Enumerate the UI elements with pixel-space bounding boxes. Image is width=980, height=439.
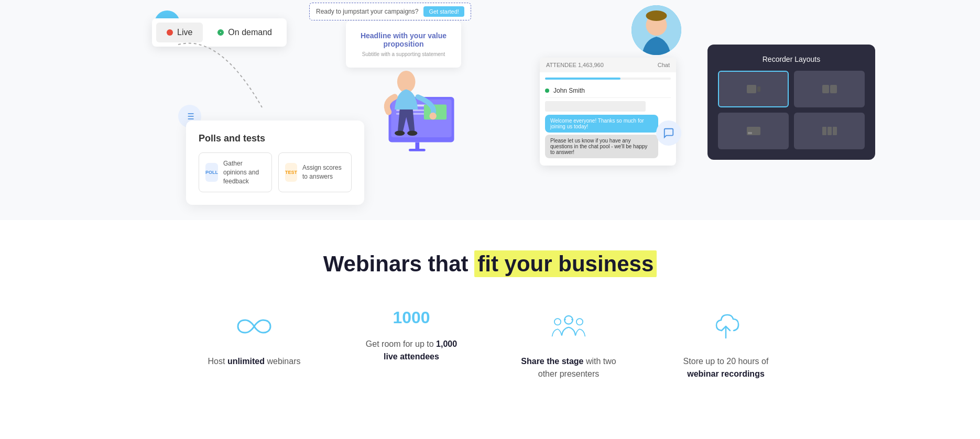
chat-user-row: John Smith	[545, 84, 671, 98]
svg-point-18	[407, 130, 417, 136]
recorder-thumb-1[interactable]	[718, 71, 789, 107]
test-icon: TEST	[285, 163, 297, 182]
feature-recordings: Store up to 20 hours ofwebinar recording…	[673, 308, 778, 380]
polls-title: Polls and tests	[199, 133, 352, 144]
svg-rect-29	[827, 127, 832, 135]
svg-rect-30	[833, 127, 837, 135]
polls-options: POLL Gather opinions and feedback TEST A…	[199, 152, 352, 192]
main-headline: Webinars that fit your business	[10, 251, 970, 277]
person-illustration	[356, 31, 461, 162]
poll-option-poll: POLL Gather opinions and feedback	[199, 152, 272, 192]
poll-option-test: TEST Assign scores to answers	[278, 152, 352, 192]
feature-unlimited-text: Host unlimited webinars	[208, 355, 301, 368]
attendee-label: ATTENDEE 1,463,960	[546, 62, 604, 68]
svg-rect-23	[757, 86, 760, 92]
svg-point-16	[429, 113, 436, 119]
bottom-section: Webinars that fit your business Host unl…	[0, 220, 980, 401]
recorder-title: Recorder Layouts	[718, 55, 865, 63]
svg-rect-22	[747, 85, 756, 93]
poll-icon: POLL	[205, 163, 218, 182]
chat-header: ATTENDEE 1,463,960 Chat	[540, 58, 676, 72]
features-grid: Host unlimited webinars 1000 Get room fo…	[176, 308, 804, 380]
svg-rect-24	[822, 85, 829, 93]
feature-unlimited-webinars: Host unlimited webinars	[202, 308, 307, 380]
polls-card: Polls and tests POLL Gather opinions and…	[186, 120, 364, 205]
chat-message-1: Welcome everyone! Thanks so much for joi…	[545, 115, 658, 133]
svg-point-32	[554, 319, 561, 325]
jumpstart-text: Ready to jumpstart your campaigns?	[316, 8, 418, 15]
attendees-number: 1000	[393, 308, 430, 327]
user-online-dot	[545, 89, 549, 93]
presenters-icon	[550, 308, 587, 345]
recorder-card: Recorder Layouts	[707, 45, 875, 160]
chat-panel: ATTENDEE 1,463,960 Chat John Smith Welco…	[540, 58, 676, 166]
user-name: John Smith	[553, 87, 585, 94]
top-section: Live On demand Polls and tests POLL Gath…	[0, 0, 980, 220]
chat-label: Chat	[658, 62, 670, 68]
presenter-avatar	[631, 5, 681, 55]
feature-attendees: 1000 Get room for up to 1,000live attend…	[359, 308, 464, 380]
svg-rect-28	[822, 127, 826, 135]
feature-attendees-text: Get room for up to 1,000live attendees	[366, 338, 457, 363]
headline-prefix: Webinars that	[323, 251, 475, 276]
jumpstart-banner: Ready to jumpstart your campaigns? Get s…	[309, 3, 471, 20]
recorder-grid	[718, 71, 865, 149]
svg-rect-13	[416, 142, 420, 150]
chat-progress-fill	[545, 78, 620, 80]
recorder-thumb-4[interactable]	[794, 113, 865, 149]
upload-cloud-icon	[707, 308, 744, 345]
recorder-thumb-3[interactable]	[718, 113, 789, 149]
chat-divider	[545, 101, 646, 112]
feature-recordings-text: Store up to 20 hours ofwebinar recording…	[683, 355, 769, 380]
dotted-arc	[168, 34, 273, 118]
headline-highlight: fit your business	[474, 250, 657, 277]
svg-rect-27	[748, 132, 752, 134]
chat-message-2: Please let us know if you have any quest…	[545, 135, 658, 158]
chat-progress-bar	[545, 78, 671, 80]
feature-share-stage: Share the stage with twoother presenters	[516, 308, 621, 380]
poll-option-text-1: Gather opinions and feedback	[223, 159, 265, 185]
recorder-thumb-2[interactable]	[794, 71, 865, 107]
poll-option-text-2: Assign scores to answers	[302, 163, 345, 181]
svg-point-33	[576, 319, 583, 325]
chat-icon-bubble	[656, 120, 681, 146]
get-started-button[interactable]: Get started!	[423, 6, 464, 17]
chat-body: John Smith Welcome everyone! Thanks so m…	[540, 72, 676, 166]
svg-point-21	[646, 10, 667, 21]
svg-rect-14	[409, 149, 426, 151]
infinity-icon	[236, 308, 273, 345]
svg-point-17	[395, 130, 405, 136]
feature-stage-text: Share the stage with twoother presenters	[521, 355, 616, 380]
svg-rect-25	[830, 85, 837, 93]
